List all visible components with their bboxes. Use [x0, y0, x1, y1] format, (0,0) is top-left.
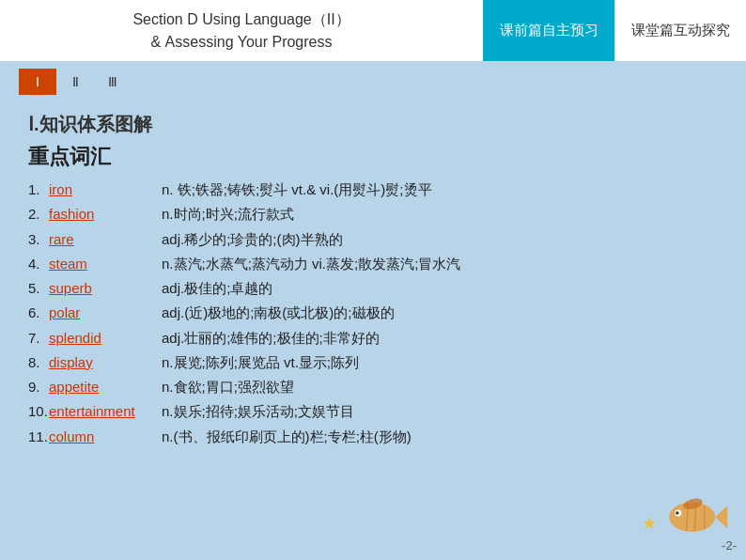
svg-marker-1: [715, 506, 727, 529]
tab-2[interactable]: Ⅱ: [56, 69, 94, 95]
vocab-word-9: appetite: [49, 376, 162, 397]
vocab-def-7: adj.壮丽的;雄伟的;极佳的;非常好的: [162, 327, 380, 349]
vocab-def-2: n.时尚;时兴;流行款式: [162, 203, 294, 225]
vocab-def-11: n.(书、报纸印刷页上的)栏;专栏;柱(形物): [162, 426, 412, 447]
tab-3[interactable]: Ⅲ: [94, 69, 132, 95]
vocab-list: 1.iron n. 铁;铁器;铸铁;熨斗 vt.& vi.(用熨斗)熨;烫平2.…: [28, 179, 718, 447]
vocab-item-11: 11.column n.(书、报纸印刷页上的)栏;专栏;柱(形物): [28, 426, 718, 447]
vocab-word-7: splendid: [49, 327, 162, 349]
header: Section D Using Language（II） & Assessing…: [0, 0, 746, 61]
vocab-title: 重点词汇: [28, 143, 718, 171]
vocab-num-8: 8.: [28, 351, 49, 373]
header-title: Section D Using Language（II） & Assessing…: [0, 0, 483, 61]
vocab-item-7: 7.splendid adj.壮丽的;雄伟的;极佳的;非常好的: [28, 327, 718, 349]
vocab-num-3: 3.: [28, 228, 49, 250]
vocab-word-10: entertainment: [49, 400, 162, 422]
header-title-line2: & Assessing Your Progress: [151, 34, 333, 50]
vocab-def-5: adj.极佳的;卓越的: [162, 277, 272, 299]
section-title: Ⅰ.知识体系图解: [28, 112, 718, 137]
vocab-item-6: 6.polar adj.(近)极地的;南极(或北极)的;磁极的: [28, 302, 718, 323]
vocab-num-4: 4.: [28, 253, 49, 274]
vocab-word-6: polar: [49, 302, 162, 323]
vocab-item-9: 9.appetite n.食欲;胃口;强烈欲望: [28, 376, 718, 397]
vocab-item-4: 4.steam n.蒸汽;水蒸气;蒸汽动力 vi.蒸发;散发蒸汽;冒水汽: [28, 253, 718, 274]
vocab-item-2: 2.fashion n.时尚;时兴;流行款式: [28, 203, 718, 225]
page-number: -2-: [722, 538, 737, 552]
vocab-def-4: n.蒸汽;水蒸气;蒸汽动力 vi.蒸发;散发蒸汽;冒水汽: [162, 253, 460, 274]
vocab-item-5: 5.superb adj.极佳的;卓越的: [28, 277, 718, 299]
vocab-num-1: 1.: [28, 179, 49, 200]
header-title-line1: Section D Using Language（II）: [132, 11, 350, 27]
vocab-num-9: 9.: [28, 376, 49, 397]
in-class-btn[interactable]: 课堂篇互动探究: [614, 0, 746, 61]
vocab-def-10: n.娱乐;招待;娱乐活动;文娱节目: [162, 400, 354, 422]
fish-decoration: [663, 490, 729, 541]
vocab-num-6: 6.: [28, 302, 49, 323]
vocab-num-10: 10.: [28, 400, 49, 422]
vocab-item-3: 3.rare adj.稀少的;珍贵的;(肉)半熟的: [28, 228, 718, 250]
svg-point-3: [676, 511, 679, 515]
star-decoration: ★: [642, 513, 657, 534]
vocab-word-11: column: [49, 426, 162, 447]
vocab-def-3: adj.稀少的;珍贵的;(肉)半熟的: [162, 228, 343, 250]
vocab-word-8: display: [49, 351, 162, 373]
vocab-word-1: iron: [49, 179, 162, 200]
vocab-word-4: steam: [49, 253, 162, 274]
tab-1[interactable]: Ⅰ: [19, 69, 56, 95]
vocab-def-1: n. 铁;铁器;铸铁;熨斗 vt.& vi.(用熨斗)熨;烫平: [162, 179, 432, 200]
vocab-item-8: 8.display n.展览;陈列;展览品 vt.显示;陈列: [28, 351, 718, 373]
pre-class-btn[interactable]: 课前篇自主预习: [483, 0, 614, 61]
vocab-num-7: 7.: [28, 327, 49, 349]
vocab-num-2: 2.: [28, 203, 49, 225]
vocab-item-1: 1.iron n. 铁;铁器;铸铁;熨斗 vt.& vi.(用熨斗)熨;烫平: [28, 179, 718, 200]
vocab-def-6: adj.(近)极地的;南极(或北极)的;磁极的: [162, 302, 395, 323]
main-content: Ⅰ.知识体系图解 重点词汇 1.iron n. 铁;铁器;铸铁;熨斗 vt.& …: [0, 102, 746, 459]
vocab-def-9: n.食欲;胃口;强烈欲望: [162, 376, 294, 397]
vocab-num-5: 5.: [28, 277, 49, 299]
vocab-num-11: 11.: [28, 426, 49, 447]
vocab-def-8: n.展览;陈列;展览品 vt.显示;陈列: [162, 351, 359, 373]
vocab-item-10: 10.entertainment n.娱乐;招待;娱乐活动;文娱节目: [28, 400, 718, 422]
vocab-word-5: superb: [49, 277, 162, 299]
vocab-word-3: rare: [49, 228, 162, 250]
tabs-row: Ⅰ Ⅱ Ⅲ: [0, 61, 746, 102]
vocab-word-2: fashion: [49, 203, 162, 225]
